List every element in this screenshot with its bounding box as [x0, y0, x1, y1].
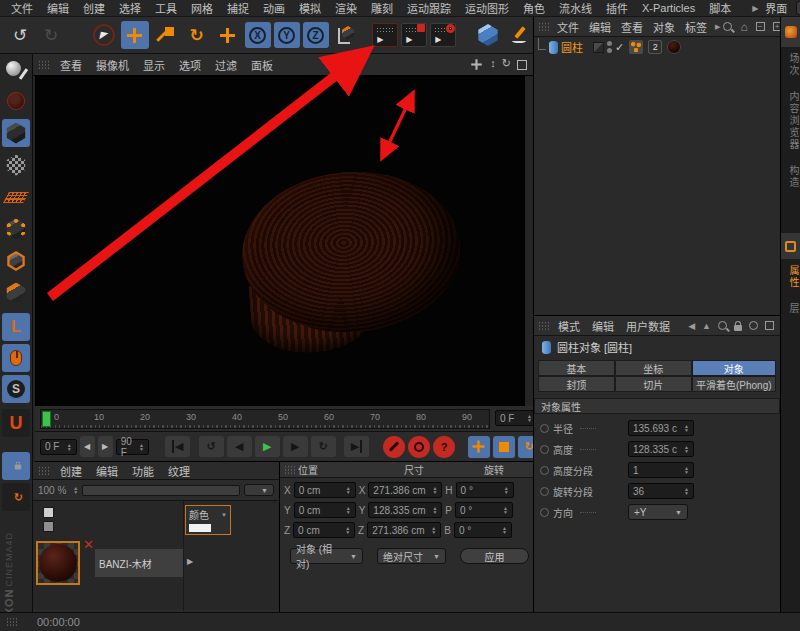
live-selection-tool[interactable]: ◤	[90, 21, 118, 49]
record-keyframe-button[interactable]	[383, 436, 405, 458]
tab-object[interactable]: 对象	[692, 360, 776, 376]
tab-phong[interactable]: 平滑着色(Phong)	[692, 376, 776, 392]
material-menu-edit[interactable]: 编辑	[89, 463, 125, 479]
render-to-picture-viewer-button[interactable]: ▶	[401, 23, 427, 47]
rot-b-field[interactable]: 0 °▲▼	[454, 522, 512, 538]
move-tool[interactable]	[121, 21, 149, 49]
nav-up-icon[interactable]: ▲	[702, 321, 711, 331]
goto-start-button[interactable]: ◀	[165, 436, 190, 457]
viewport-solo-button[interactable]	[2, 344, 30, 372]
last-tool-button[interactable]	[214, 21, 242, 49]
home-icon[interactable]: ⌂	[740, 20, 747, 34]
height-field[interactable]: 128.335 c▲▼	[628, 441, 694, 457]
menu-mesh[interactable]: 网格	[184, 0, 220, 16]
spline-pen-button[interactable]	[505, 21, 533, 49]
rot-h-field[interactable]: 0 °▲▼	[456, 482, 514, 498]
color-swatch[interactable]	[189, 524, 211, 532]
panel-icon[interactable]	[765, 321, 774, 330]
tab-basic[interactable]: 基本	[538, 360, 615, 376]
menu-mograph[interactable]: 运动图形	[458, 0, 516, 16]
magnet-tool-button[interactable]: U	[2, 409, 30, 437]
add-primitive-button[interactable]	[474, 21, 502, 49]
menu-edit[interactable]: 编辑	[40, 0, 76, 16]
spinner-icon[interactable]: ▲▼	[70, 486, 78, 494]
panel-grip[interactable]	[6, 617, 17, 627]
spinner-icon[interactable]: ▲▼	[136, 443, 144, 451]
om-menu-objects[interactable]: 对象	[648, 19, 680, 35]
om-menu-edit[interactable]: 编辑	[584, 19, 616, 35]
tab-structure[interactable]: 构造	[781, 159, 800, 195]
rot-p-field[interactable]: 0 °▲▼	[455, 502, 513, 518]
menu-snap[interactable]: 捕捉	[220, 0, 256, 16]
points-mode-button[interactable]	[2, 215, 30, 243]
panel-grip[interactable]	[538, 321, 549, 331]
viewport-menu-view[interactable]: 查看	[53, 57, 89, 73]
rotate-tool[interactable]: ↻	[183, 21, 211, 49]
om-menu-file[interactable]: 文件	[552, 19, 584, 35]
material-tag[interactable]	[667, 40, 681, 54]
lock-y-axis-button[interactable]: Y	[274, 22, 300, 48]
play-button[interactable]: ▶	[255, 436, 280, 457]
pos-z-field[interactable]: 0 cm▲▼	[293, 522, 355, 538]
orientation-dropdown[interactable]: +Y▼	[628, 504, 688, 520]
search-icon[interactable]	[718, 321, 727, 330]
material-name-cell[interactable]: BANZI-木材	[95, 549, 183, 577]
texture-tag[interactable]: 2	[648, 40, 662, 54]
height-segments-field[interactable]: 1▲▼	[628, 462, 694, 478]
prev-frame-button[interactable]: ◀	[227, 436, 252, 457]
size-x-field[interactable]: 271.386 cm▲▼	[368, 482, 442, 498]
material-menu-function[interactable]: 功能	[125, 463, 161, 479]
param-toggle-icon[interactable]	[540, 445, 549, 454]
lock-z-axis-button[interactable]: Z	[303, 22, 329, 48]
rotation-segments-field[interactable]: 36▲▼	[628, 483, 694, 499]
material-view-dropdown[interactable]: ▼	[244, 484, 274, 496]
am-menu-edit[interactable]: 编辑	[586, 318, 620, 334]
object-row-cylinder[interactable]: 圆柱 ✓ 2	[534, 37, 780, 57]
end-frame-field[interactable]: 0 F ▲▼	[495, 410, 537, 426]
panel-grip[interactable]	[38, 466, 49, 476]
panel-grip[interactable]	[538, 22, 549, 32]
edit-render-settings-button[interactable]: ▶	[430, 23, 456, 47]
apply-button[interactable]: 应用	[460, 548, 529, 564]
current-frame-field[interactable]: 0 F ▲▼	[40, 439, 77, 455]
goto-prev-key-button[interactable]: ↺	[199, 436, 224, 457]
material-zoom-slider[interactable]	[82, 485, 240, 496]
pos-x-field[interactable]: 0 cm▲▼	[294, 482, 356, 498]
frame-fwd-button[interactable]: ▶	[98, 436, 113, 457]
tab-slice[interactable]: 切片	[615, 376, 692, 392]
menu-pipeline[interactable]: 流水线	[552, 0, 599, 16]
color-channel-cell[interactable]: 颜色 ▼	[185, 505, 231, 535]
viewport-dolly-icon[interactable]: ↕	[490, 57, 496, 72]
last-frame-field[interactable]: 90 F ▲▼	[116, 439, 149, 455]
enabled-check-icon[interactable]: ✓	[615, 41, 624, 54]
coord-mode-dropdown[interactable]: 对象 (相对)▼	[290, 548, 363, 564]
lock-icon[interactable]	[734, 325, 742, 331]
layer-checkbox-1[interactable]	[43, 507, 54, 518]
menu-plugins[interactable]: 插件	[599, 0, 635, 16]
size-mode-dropdown[interactable]: 绝对尺寸▼	[377, 548, 446, 564]
tab-content-browser[interactable]: 内容浏览器	[781, 85, 800, 157]
menu-animate[interactable]: 动画	[256, 0, 292, 16]
tab-coordinates[interactable]: 坐标	[615, 360, 692, 376]
playhead[interactable]	[42, 411, 51, 427]
menu-character[interactable]: 角色	[516, 0, 552, 16]
tab-objects-active[interactable]	[781, 17, 800, 47]
spinner-icon[interactable]: ▲▼	[681, 487, 689, 495]
panel-grip[interactable]	[38, 60, 49, 70]
param-toggle-icon[interactable]	[540, 487, 549, 496]
keyframe-help-button[interactable]: ?	[433, 436, 455, 458]
menu-create[interactable]: 创建	[76, 0, 112, 16]
timeline-ruler[interactable]: 0 10 20 30 40 50 60 70 80 90	[40, 409, 490, 429]
snap-button[interactable]: S	[2, 375, 30, 403]
menu-simulate[interactable]: 模拟	[292, 0, 328, 16]
param-toggle-icon[interactable]	[540, 466, 549, 475]
viewport-canvas[interactable]	[35, 76, 525, 406]
scale-tool[interactable]	[152, 21, 180, 49]
nav-back-icon[interactable]: ◀	[688, 321, 695, 331]
interface-dropdown[interactable]: 启动 ▼	[796, 1, 800, 15]
polygons-mode-button[interactable]	[2, 279, 30, 307]
redo-button[interactable]: ↻	[37, 21, 65, 49]
layer-checkbox-2[interactable]	[43, 521, 54, 532]
viewport-menu-filter[interactable]: 过滤	[208, 57, 244, 73]
menu-xparticles[interactable]: X-Particles	[635, 2, 702, 14]
